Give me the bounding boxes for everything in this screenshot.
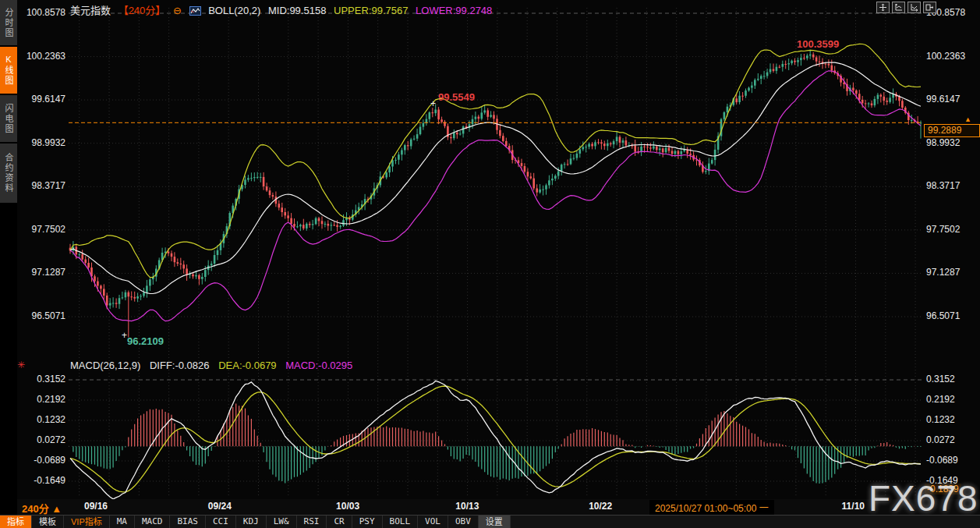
sidebar-tab-1[interactable]: K线图 bbox=[0, 47, 17, 94]
macd-tick-right-3: 0.0272 bbox=[926, 434, 955, 445]
fit-y-icon[interactable] bbox=[892, 2, 905, 13]
toolbar-button-4[interactable]: MACD bbox=[135, 516, 171, 528]
price-tick-left-7: 96.5071 bbox=[17, 310, 65, 321]
price-tick-left-6: 97.1287 bbox=[17, 267, 65, 278]
macd-tick-right-4: -0.0689 bbox=[926, 455, 958, 466]
dea-line bbox=[70, 386, 921, 492]
indicator-toolbar: 指标模板VIP指标MAMACDBIASCCIKDJLW&RSICRPSYBOLL… bbox=[0, 515, 980, 528]
chart-tools bbox=[876, 2, 936, 13]
boll-upper-line bbox=[70, 44, 921, 277]
macd-label: MACD(26,12,9) bbox=[70, 360, 140, 371]
collapse-icon[interactable]: ⊖ bbox=[173, 5, 182, 16]
price-tick-right-6: 97.1287 bbox=[926, 267, 960, 278]
price-tick-right-2: 99.6147 bbox=[926, 94, 960, 105]
date-tick-2: 10/03 bbox=[336, 501, 359, 512]
date-tick-1: 09/24 bbox=[208, 501, 232, 512]
chart-header: 美元指数 【240分】 ⊖ BOLL(20,2) MID:99.5158 UPP… bbox=[70, 2, 497, 17]
sidebar: 分时图K线图闪电图合约资料 bbox=[0, 0, 17, 528]
toolbar-button-5[interactable]: BIAS bbox=[170, 516, 206, 528]
toolbar-button-8[interactable]: LW& bbox=[267, 516, 297, 528]
toolbar-button-15[interactable]: 设置 bbox=[479, 516, 511, 528]
boll-label: BOLL(20,2) bbox=[208, 5, 260, 16]
toolbar-button-1[interactable]: 模板 bbox=[32, 516, 64, 528]
price-chart-canvas[interactable] bbox=[0, 0, 980, 499]
candles bbox=[69, 50, 922, 338]
date-tick-3: 10/13 bbox=[455, 501, 479, 512]
sidebar-tab-2[interactable]: 闪电图 bbox=[0, 95, 17, 142]
current-price-label: 99.2889 bbox=[924, 124, 980, 137]
toolbar-button-9[interactable]: RSI bbox=[297, 516, 327, 528]
fit-x-icon[interactable] bbox=[907, 2, 921, 13]
price-tick-left-4: 98.3717 bbox=[17, 180, 65, 191]
boll-lower-line bbox=[70, 71, 921, 321]
macd-tick-right-0: 0.3152 bbox=[926, 374, 955, 384]
toolbar-button-10[interactable]: CR bbox=[327, 516, 352, 528]
price-tick-right-4: 98.3717 bbox=[926, 180, 960, 191]
price-tick-left-2: 99.6147 bbox=[17, 94, 65, 105]
extreme-cross-marker-0: + bbox=[430, 98, 436, 109]
macd-tick-left-1: 0.2192 bbox=[17, 394, 65, 405]
mini-chart-icon bbox=[189, 6, 201, 16]
macd-tick-right-1: 0.2192 bbox=[926, 394, 955, 405]
price-arrow-icon: ▲ bbox=[964, 115, 971, 123]
diff-line bbox=[70, 381, 921, 499]
price-annotation-1: 100.3599 bbox=[797, 38, 839, 50]
sidebar-tab-3[interactable]: 合约资料 bbox=[0, 144, 17, 203]
date-tick-0: 09/16 bbox=[84, 501, 108, 512]
toolbar-button-7[interactable]: KDJ bbox=[236, 516, 267, 528]
price-annotation-0: 99.5549 bbox=[438, 91, 475, 103]
chart-app: 分时图K线图闪电图合约资料 美元指数 【240分】 ⊖ BOLL(20,2) M… bbox=[0, 0, 980, 528]
toolbar-button-0[interactable]: 指标 bbox=[0, 516, 32, 528]
macd-dea: DEA:-0.0679 bbox=[218, 360, 276, 371]
boll-upper: UPPER:99.7567 bbox=[334, 5, 408, 16]
price-tick-right-7: 96.5071 bbox=[926, 310, 960, 321]
macd-header: MACD(26,12,9) DIFF:-0.0826 DEA:-0.0679 M… bbox=[70, 360, 359, 371]
period-badge[interactable]: 240分 ▲ bbox=[22, 501, 62, 516]
price-tick-right-3: 98.9932 bbox=[926, 137, 960, 148]
extreme-cross-marker-1: + bbox=[122, 330, 127, 341]
price-annotation-2: 96.2109 bbox=[127, 335, 164, 347]
toolbar-button-11[interactable]: PSY bbox=[352, 516, 383, 528]
price-tick-left-1: 100.2363 bbox=[17, 51, 65, 62]
toolbar-button-13[interactable]: VOL bbox=[418, 516, 448, 528]
macd-tick-left-4: -0.0689 bbox=[17, 455, 65, 466]
page-right-icon[interactable] bbox=[923, 2, 936, 13]
toolbar-button-3[interactable]: MA bbox=[110, 516, 135, 528]
price-tick-left-3: 98.9932 bbox=[17, 137, 65, 148]
sidebar-tab-0[interactable]: 分时图 bbox=[0, 0, 17, 45]
pan-icon[interactable] bbox=[876, 2, 890, 13]
price-tick-left-5: 97.7502 bbox=[17, 224, 65, 235]
watermark: FX678 bbox=[869, 477, 978, 519]
price-tick-right-1: 100.2363 bbox=[926, 51, 965, 62]
date-tick-4: 10/22 bbox=[589, 501, 612, 512]
toolbar-button-12[interactable]: BOLL bbox=[383, 516, 419, 528]
boll-mid: MID:99.5158 bbox=[268, 5, 326, 16]
indicator-star-icon[interactable]: ✳ bbox=[17, 360, 25, 370]
boll-mid-line bbox=[70, 62, 921, 294]
macd-tick-left-3: 0.0272 bbox=[17, 434, 65, 445]
boll-lower: LOWER:99.2748 bbox=[416, 5, 492, 16]
period-label: 【240分】 bbox=[119, 5, 166, 16]
price-tick-right-5: 97.7502 bbox=[926, 224, 960, 235]
macd-macd: MACD:-0.0295 bbox=[285, 360, 352, 371]
macd-diff: DIFF:-0.0826 bbox=[150, 360, 210, 371]
macd-histogram bbox=[70, 404, 921, 484]
macd-tick-right-2: 0.1232 bbox=[926, 414, 955, 425]
date-tick-5: 11/10 bbox=[842, 501, 865, 512]
macd-tick-left-2: 0.1232 bbox=[17, 414, 65, 425]
macd-tick-left-0: 0.3152 bbox=[17, 374, 65, 384]
toolbar-button-2[interactable]: VIP指标 bbox=[64, 516, 110, 528]
toolbar-button-14[interactable]: OBV bbox=[448, 516, 479, 528]
macd-tick-left-5: -0.1649 bbox=[17, 475, 65, 486]
symbol-title: 美元指数 bbox=[70, 5, 111, 16]
crosshair-date-label: 2025/10/27 01:00~05:00 一 bbox=[649, 500, 774, 515]
toolbar-button-6[interactable]: CCI bbox=[206, 516, 236, 528]
price-tick-left-0: 100.8578 bbox=[17, 7, 65, 18]
date-axis: 240分 ▲ 2025/10/27 01:00~05:00 一 09/1609/… bbox=[0, 499, 980, 515]
